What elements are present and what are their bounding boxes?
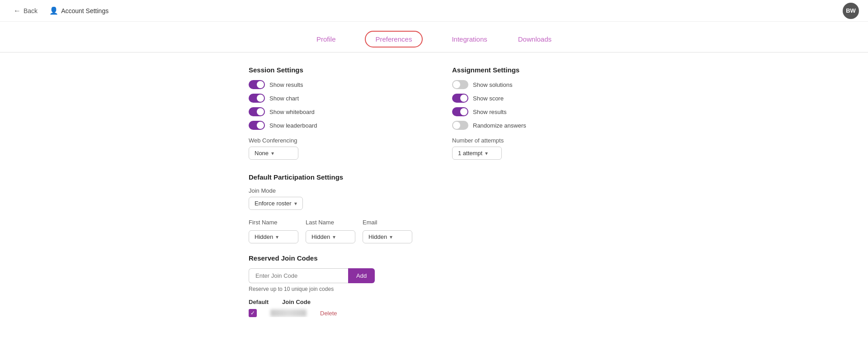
- assignment-settings-col: Assignment Settings Show solutions Show …: [452, 66, 619, 160]
- tab-profile[interactable]: Profile: [315, 31, 338, 52]
- join-code-checkbox[interactable]: ✓: [249, 309, 257, 317]
- toggle-row-show-score: Show score: [452, 94, 619, 103]
- web-conferencing-select[interactable]: None ▾: [249, 147, 298, 160]
- toggle-label-randomize-answers: Randomize answers: [473, 122, 526, 129]
- toggle-label-show-results: Show results: [269, 81, 303, 88]
- web-conferencing-value: None: [255, 150, 269, 157]
- toggle-randomize-answers[interactable]: [452, 121, 468, 130]
- chevron-down-icon: ▾: [294, 200, 297, 207]
- toggle-label-show-score: Show score: [473, 95, 504, 102]
- chevron-down-icon: ▾: [276, 234, 278, 240]
- join-mode-label: Join Mode: [249, 187, 619, 194]
- first-name-field: First Name Hidden ▾: [249, 219, 298, 243]
- user-icon: 👤: [49, 6, 58, 15]
- last-name-select[interactable]: Hidden ▾: [306, 230, 355, 243]
- chevron-down-icon: ▾: [333, 234, 335, 240]
- first-name-value: Hidden: [255, 233, 273, 240]
- email-label: Email: [363, 219, 412, 226]
- back-button[interactable]: ← Back: [9, 4, 42, 18]
- join-mode-select[interactable]: Enforce roster ▾: [249, 197, 303, 210]
- web-conferencing-section: Web Conferencing None ▾: [249, 137, 416, 160]
- chevron-down-icon: ▾: [390, 234, 392, 240]
- tab-integrations[interactable]: Integrations: [450, 31, 489, 52]
- toggle-show-results[interactable]: [452, 107, 468, 116]
- join-code-value: [270, 309, 307, 317]
- participation-settings-section: Default Participation Settings Join Mode…: [249, 173, 619, 243]
- email-select[interactable]: Hidden ▾: [363, 230, 412, 243]
- join-codes-section: Reserved Join Codes Add Reserve up to 10…: [249, 254, 619, 317]
- toggle-show-leaderboard[interactable]: [249, 121, 265, 130]
- join-codes-table-header: Default Join Code: [249, 299, 619, 305]
- assignment-toggles: Show solutions Show score Show results R…: [452, 80, 619, 130]
- session-settings-title: Session Settings: [249, 66, 416, 74]
- join-codes-title: Reserved Join Codes: [249, 254, 619, 262]
- session-toggles: Show results Show chart Show whiteboard …: [249, 80, 416, 130]
- join-mode-value: Enforce roster: [255, 200, 292, 207]
- chevron-down-icon: ▾: [271, 150, 274, 157]
- join-code-row: ✓ Delete: [249, 309, 619, 317]
- join-mode-section: Join Mode Enforce roster ▾: [249, 187, 619, 210]
- toggle-label-show-solutions: Show solutions: [473, 81, 512, 88]
- settings-two-col: Session Settings Show results Show chart…: [249, 66, 619, 160]
- delete-join-code-button[interactable]: Delete: [320, 310, 337, 317]
- first-name-select[interactable]: Hidden ▾: [249, 230, 298, 243]
- email-value: Hidden: [368, 233, 387, 240]
- header: ← Back 👤 Account Settings BW: [0, 0, 868, 22]
- toggle-row-show-chart: Show chart: [249, 94, 416, 103]
- toggle-row-show-results: Show results: [452, 107, 619, 116]
- toggle-row-randomize-answers: Randomize answers: [452, 121, 619, 130]
- toggle-row-show-leaderboard: Show leaderboard: [249, 121, 416, 130]
- toggle-row-show-whiteboard: Show whiteboard: [249, 107, 416, 116]
- tabs-nav: Profile Preferences Integrations Downloa…: [0, 22, 868, 52]
- join-code-input-row: Add: [249, 268, 619, 283]
- jc-col-default: Default: [249, 299, 269, 305]
- toggle-row-show-results: Show results: [249, 80, 416, 89]
- participation-fields-row: First Name Hidden ▾ Last Name Hidden ▾ E…: [249, 219, 619, 243]
- chevron-down-icon: ▾: [485, 150, 488, 157]
- toggle-show-results[interactable]: [249, 80, 265, 89]
- toggle-show-whiteboard[interactable]: [249, 107, 265, 116]
- toggle-label-show-chart: Show chart: [269, 95, 299, 102]
- session-settings-col: Session Settings Show results Show chart…: [249, 66, 416, 160]
- tab-downloads[interactable]: Downloads: [516, 31, 553, 52]
- number-of-attempts-select[interactable]: 1 attempt ▾: [452, 147, 502, 160]
- back-label: Back: [24, 7, 38, 14]
- join-code-input[interactable]: [249, 268, 348, 283]
- add-join-code-button[interactable]: Add: [348, 268, 375, 283]
- back-arrow-icon: ←: [14, 7, 21, 15]
- assignment-settings-title: Assignment Settings: [452, 66, 619, 74]
- toggle-show-solutions[interactable]: [452, 80, 468, 89]
- main-content: Session Settings Show results Show chart…: [231, 66, 637, 317]
- reserve-hint: Reserve up to 10 unique join codes: [249, 286, 619, 292]
- account-settings-nav: 👤 Account Settings: [49, 6, 108, 15]
- jc-col-code: Join Code: [282, 299, 311, 305]
- toggle-label-show-results: Show results: [473, 109, 506, 115]
- toggle-row-show-solutions: Show solutions: [452, 80, 619, 89]
- header-left: ← Back 👤 Account Settings: [9, 4, 108, 18]
- checkmark-icon: ✓: [250, 310, 255, 316]
- first-name-label: First Name: [249, 219, 298, 226]
- number-of-attempts-label: Number of attempts: [452, 137, 619, 144]
- account-settings-title: Account Settings: [61, 7, 108, 14]
- number-of-attempts-section: Number of attempts 1 attempt ▾: [452, 137, 619, 160]
- toggle-label-show-leaderboard: Show leaderboard: [269, 122, 317, 129]
- avatar[interactable]: BW: [843, 3, 859, 19]
- last-name-field: Last Name Hidden ▾: [306, 219, 355, 243]
- participation-settings-title: Default Participation Settings: [249, 173, 619, 181]
- last-name-label: Last Name: [306, 219, 355, 226]
- attempts-value: 1 attempt: [458, 150, 482, 157]
- tab-preferences[interactable]: Preferences: [365, 31, 423, 48]
- toggle-show-score[interactable]: [452, 94, 468, 103]
- last-name-value: Hidden: [311, 233, 330, 240]
- email-field: Email Hidden ▾: [363, 219, 412, 243]
- web-conferencing-label: Web Conferencing: [249, 137, 416, 144]
- toggle-label-show-whiteboard: Show whiteboard: [269, 109, 315, 115]
- toggle-show-chart[interactable]: [249, 94, 265, 103]
